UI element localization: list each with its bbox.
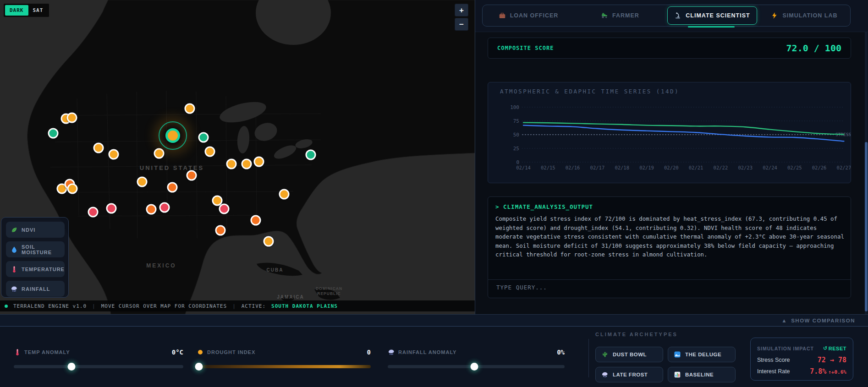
svg-text:02/25: 02/25	[787, 165, 802, 170]
farm-marker[interactable]	[106, 203, 117, 214]
farm-marker[interactable]	[215, 225, 226, 236]
climate-archetypes-title: CLIMATE ARCHETYPES	[595, 332, 678, 337]
svg-text:02/18: 02/18	[615, 165, 629, 170]
farm-marker[interactable]	[67, 184, 78, 194]
archetype-late-frost-button[interactable]: LATE FROST	[595, 367, 663, 382]
farm-marker[interactable]	[88, 207, 99, 218]
slider-value: 0°C	[172, 349, 183, 356]
series-soil-moisture	[523, 125, 844, 142]
tab-loan-officer[interactable]: LOAN OFFICER	[484, 6, 573, 25]
query-input[interactable]	[495, 283, 836, 291]
map-viewport[interactable]: UNITED STATESMEXICOCUBAJAMAICADOMINICANR…	[0, 0, 475, 314]
stress-score-label: Stress Score	[757, 357, 790, 363]
rainfall-anomaly-knob[interactable]	[471, 363, 478, 371]
rainfall-anomaly-track[interactable]	[388, 365, 565, 368]
archetype-baseline-button[interactable]: BASELINE	[668, 367, 736, 382]
svg-text:02/22: 02/22	[714, 165, 728, 170]
map-place-label: REPUBLIC	[317, 291, 341, 296]
svg-text:25: 25	[513, 146, 519, 152]
farm-marker[interactable]	[251, 215, 261, 226]
farm-marker[interactable]	[198, 132, 209, 143]
svg-text:02/27: 02/27	[837, 165, 851, 170]
tab-farmer[interactable]: FARMER	[576, 6, 665, 25]
farm-marker[interactable]	[219, 204, 230, 214]
layer-button-rainfall[interactable]: RAINFALL	[6, 281, 65, 297]
active-label: ACTIVE:	[242, 303, 266, 309]
archetype-the-deluge-button[interactable]: THE DELUGE	[668, 347, 736, 362]
svg-text:02/26: 02/26	[812, 165, 827, 170]
active-tab-indicator	[688, 26, 735, 27]
farm-marker[interactable]	[93, 143, 104, 153]
farm-marker[interactable]	[48, 128, 59, 139]
farm-marker[interactable]	[67, 113, 77, 123]
tab-simulation-lab[interactable]: SIMULATION LAB	[760, 6, 849, 25]
tab-label: SIMULATION LAB	[782, 12, 837, 19]
layer-button-temperature[interactable]: TEMPERATURE	[6, 261, 65, 277]
archetype-dust-bowl-button[interactable]: DUST BOWL	[595, 347, 663, 362]
reset-button[interactable]: ↺RESET	[823, 345, 846, 351]
cactus-icon	[601, 351, 609, 358]
time-series-panel: ATMOSPHERIC & EDAPHIC TIME SERIES (14D) …	[488, 82, 851, 183]
zoom-out-button[interactable]: −	[455, 18, 468, 31]
selected-farm-marker[interactable]	[165, 128, 180, 143]
farm-marker[interactable]	[185, 104, 195, 114]
tab-label: LOAN OFFICER	[510, 12, 559, 19]
farm-marker[interactable]	[205, 147, 215, 157]
drought-index-track[interactable]	[197, 365, 371, 368]
show-comparison-label: SHOW COMPARISON	[791, 318, 855, 323]
analysis-heading: > CLIMATE_ANALYSIS_OUTPUT	[495, 203, 593, 210]
layer-label: SOIL MOISTURE	[22, 244, 65, 255]
svg-text:02/16: 02/16	[566, 165, 580, 170]
farm-marker[interactable]	[159, 202, 170, 213]
droplet-icon	[11, 246, 18, 253]
composite-score-label: COMPOSITE SCORE	[497, 45, 554, 51]
show-comparison-toggle[interactable]: ▲ SHOW COMPARISON	[0, 314, 868, 327]
simulation-controls-panel: TEMP ANOMALY 0°C DROUGHT INDEX 0 RAINFAL…	[0, 327, 868, 387]
stress-score-value: 72 → 78	[818, 356, 846, 364]
analysis-panel: LOAN OFFICER FARMER CLIMATE SCIENTIST SI…	[475, 0, 868, 314]
farm-marker[interactable]	[306, 150, 316, 160]
basemap-sat-button[interactable]: SAT	[28, 5, 48, 16]
composite-score-value: 72.0 / 100	[786, 43, 841, 54]
bolt-icon	[771, 12, 778, 19]
slider-value: 0%	[557, 349, 565, 356]
farm-marker[interactable]	[254, 157, 264, 167]
interest-rate-value: 7.8%	[810, 367, 826, 376]
scrollbar-thumb[interactable]	[865, 142, 868, 311]
temp-anomaly-track[interactable]	[14, 365, 183, 368]
archetype-label: BASELINE	[685, 372, 714, 377]
farm-marker[interactable]	[242, 159, 252, 169]
farm-marker[interactable]	[264, 236, 274, 247]
simulation-impact-card: SIMULATION IMPACT ↺RESET Stress Score 72…	[750, 338, 853, 381]
farm-marker[interactable]	[167, 182, 178, 193]
farm-marker[interactable]	[187, 170, 197, 181]
farm-marker[interactable]	[154, 148, 165, 159]
basemap-toggle: DARK SAT	[4, 4, 49, 17]
svg-text:02/24: 02/24	[763, 165, 777, 170]
farm-marker[interactable]	[109, 149, 119, 160]
temp-anomaly-knob[interactable]	[67, 363, 75, 371]
active-region-value: SOUTH DAKOTA PLAINS	[271, 303, 338, 309]
drought-dot-icon	[197, 349, 204, 356]
time-series-chart[interactable]: 10075STRESS5025002/1402/1502/1602/1702/1…	[488, 82, 851, 183]
climate-analysis-card: > CLIMATE_ANALYSIS_OUTPUT Composite yiel…	[488, 196, 851, 298]
tab-climate-scientist[interactable]: CLIMATE SCIENTIST	[667, 6, 757, 25]
farm-marker[interactable]	[137, 177, 148, 187]
basemap-dark-button[interactable]: DARK	[5, 5, 28, 16]
farm-marker[interactable]	[279, 189, 290, 200]
svg-text:02/21: 02/21	[689, 165, 703, 170]
zoom-in-button[interactable]: +	[455, 4, 468, 16]
tab-label: FARMER	[612, 12, 639, 19]
farm-marker[interactable]	[146, 204, 157, 215]
drought-index-knob[interactable]	[195, 363, 203, 371]
thermometer-icon	[14, 349, 21, 356]
map-zoom-controls: + −	[455, 4, 468, 31]
layer-button-soil-moisture[interactable]: SOIL MOISTURE	[6, 241, 65, 257]
map-place-label: CUBA	[267, 267, 284, 273]
layer-button-ndvi[interactable]: NDVI	[6, 222, 65, 238]
slider-value: 0	[367, 349, 371, 356]
tab-container: LOAN OFFICER FARMER CLIMATE SCIENTIST SI…	[482, 5, 851, 27]
tractor-icon	[601, 12, 608, 19]
farm-marker[interactable]	[226, 159, 237, 169]
persona-tab-bar: LOAN OFFICER FARMER CLIMATE SCIENTIST SI…	[475, 0, 868, 32]
